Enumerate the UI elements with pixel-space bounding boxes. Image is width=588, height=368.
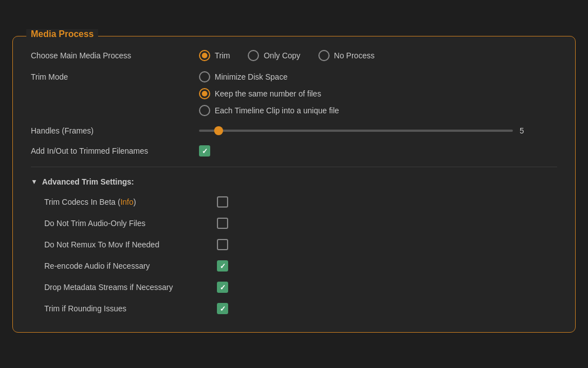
- radio-trim-label: Trim: [215, 51, 230, 60]
- radio-only-copy-input[interactable]: [248, 50, 259, 61]
- radio-no-process[interactable]: No Process: [318, 50, 374, 61]
- trim-codecs-text: Trim Codecs In Beta (: [44, 197, 121, 206]
- trim-codecs-checkbox[interactable]: [217, 196, 228, 208]
- drop-metadata-row: Drop Metadata Streams if Necessary: [44, 282, 557, 293]
- handles-row: Handles (Frames) 5: [31, 126, 557, 135]
- no-remux-row: Do Not Remux To Mov If Needed: [44, 239, 557, 250]
- radio-same-files-label: Keep the same number of files: [215, 89, 321, 98]
- panel-title: Media Process: [26, 29, 98, 39]
- radio-trim-input[interactable]: [199, 50, 210, 61]
- radio-same-files-input[interactable]: [199, 88, 210, 99]
- radio-same-files[interactable]: Keep the same number of files: [199, 88, 339, 99]
- advanced-arrow-icon: ▼: [31, 178, 38, 186]
- drop-metadata-label: Drop Metadata Streams if Necessary: [44, 283, 217, 292]
- advanced-items: Trim Codecs In Beta (Info) Do Not Trim A…: [31, 196, 557, 314]
- info-link[interactable]: Info: [121, 197, 133, 206]
- no-trim-audio-checkbox-label[interactable]: [217, 218, 228, 229]
- radio-no-process-input[interactable]: [318, 50, 330, 61]
- trim-codecs-checkbox-label[interactable]: [217, 196, 228, 208]
- no-trim-audio-label: Do Not Trim Audio-Only Files: [44, 219, 217, 228]
- radio-minimize-disk-input[interactable]: [199, 71, 210, 82]
- divider: [31, 167, 557, 167]
- radio-unique-file-label: Each Timeline Clip into a unique file: [215, 106, 339, 115]
- trim-mode-row: Trim Mode Minimize Disk Space Keep the s…: [31, 71, 557, 116]
- trim-rounding-checkbox[interactable]: [217, 303, 228, 314]
- trim-mode-label: Trim Mode: [31, 71, 199, 81]
- drop-metadata-checkbox-label[interactable]: [217, 282, 228, 293]
- radio-unique-file-input[interactable]: [199, 105, 210, 116]
- radio-only-copy[interactable]: Only Copy: [248, 50, 300, 61]
- handles-slider[interactable]: [199, 130, 513, 132]
- add-inout-row: Add In/Out to Trimmed Filenames: [31, 145, 557, 157]
- advanced-header-label: Advanced Trim Settings:: [42, 177, 134, 186]
- radio-trim[interactable]: Trim: [199, 50, 230, 61]
- advanced-section: ▼ Advanced Trim Settings: Trim Codecs In…: [31, 177, 557, 314]
- trim-rounding-checkbox-label[interactable]: [217, 303, 228, 314]
- handles-value: 5: [520, 126, 531, 135]
- main-process-row: Choose Main Media Process Trim Only Copy…: [31, 50, 557, 61]
- trim-mode-radio-group: Minimize Disk Space Keep the same number…: [199, 71, 339, 116]
- reencode-audio-checkbox[interactable]: [217, 260, 228, 272]
- add-inout-checkbox-label[interactable]: [199, 145, 210, 157]
- radio-no-process-label: No Process: [334, 51, 374, 60]
- advanced-header[interactable]: ▼ Advanced Trim Settings:: [31, 177, 557, 186]
- reencode-audio-checkbox-label[interactable]: [217, 260, 228, 272]
- radio-minimize-disk[interactable]: Minimize Disk Space: [199, 71, 339, 82]
- trim-rounding-row: Trim if Rounding Issues: [44, 303, 557, 314]
- handles-label: Handles (Frames): [31, 126, 199, 135]
- reencode-audio-row: Re-encode Audio if Necessary: [44, 260, 557, 272]
- handles-slider-container: 5: [199, 126, 531, 135]
- main-process-radio-group: Trim Only Copy No Process: [199, 50, 374, 61]
- radio-minimize-disk-label: Minimize Disk Space: [215, 72, 288, 81]
- drop-metadata-checkbox[interactable]: [217, 282, 228, 293]
- no-trim-audio-row: Do Not Trim Audio-Only Files: [44, 218, 557, 229]
- no-remux-checkbox[interactable]: [217, 239, 228, 250]
- add-inout-label: Add In/Out to Trimmed Filenames: [31, 146, 199, 155]
- media-process-panel: Media Process Choose Main Media Process …: [12, 36, 576, 333]
- no-remux-label: Do Not Remux To Mov If Needed: [44, 240, 217, 249]
- trim-codecs-row: Trim Codecs In Beta (Info): [44, 196, 557, 208]
- no-remux-checkbox-label[interactable]: [217, 239, 228, 250]
- reencode-audio-label: Re-encode Audio if Necessary: [44, 261, 217, 270]
- radio-only-copy-label: Only Copy: [263, 51, 300, 60]
- trim-codecs-suffix: ): [133, 197, 136, 206]
- add-inout-checkbox[interactable]: [199, 145, 210, 157]
- no-trim-audio-checkbox[interactable]: [217, 218, 228, 229]
- main-process-label: Choose Main Media Process: [31, 51, 199, 60]
- trim-rounding-label: Trim if Rounding Issues: [44, 304, 217, 313]
- trim-codecs-label: Trim Codecs In Beta (Info): [44, 197, 217, 206]
- radio-unique-file[interactable]: Each Timeline Clip into a unique file: [199, 105, 339, 116]
